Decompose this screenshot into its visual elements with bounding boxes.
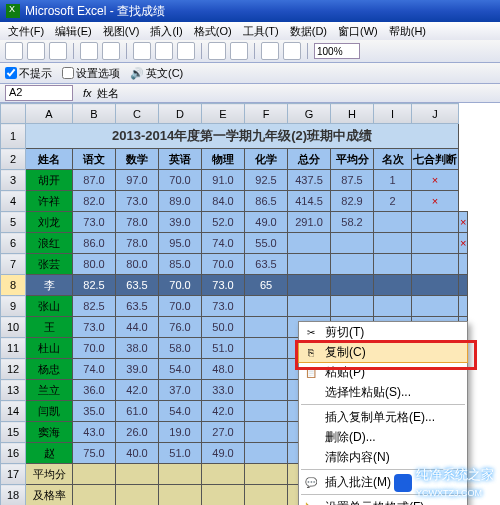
data-cell[interactable]	[412, 233, 459, 254]
data-cell[interactable]: 74.0	[73, 359, 116, 380]
data-cell[interactable]: 70.0	[73, 338, 116, 359]
data-cell[interactable]: 97.0	[116, 170, 159, 191]
student-name[interactable]: 李	[26, 275, 73, 296]
data-cell[interactable]: 55.0	[245, 233, 288, 254]
col-header[interactable]: E	[202, 104, 245, 124]
data-cell[interactable]: 82.0	[73, 191, 116, 212]
data-cell[interactable]: 49.0	[202, 443, 245, 464]
row-header[interactable]: 10	[1, 317, 26, 338]
data-cell[interactable]: 35.0	[73, 401, 116, 422]
data-cell[interactable]: 87.0	[73, 170, 116, 191]
data-cell[interactable]	[288, 275, 331, 296]
data-cell[interactable]: 63.5	[245, 254, 288, 275]
data-cell[interactable]: 63.5	[116, 275, 159, 296]
data-cell[interactable]	[245, 338, 288, 359]
data-cell[interactable]	[331, 296, 374, 317]
col-header[interactable]: D	[159, 104, 202, 124]
summary-cell[interactable]	[73, 485, 116, 506]
summary-label[interactable]: 及格率	[26, 485, 73, 506]
row-header[interactable]: 18	[1, 485, 26, 506]
paste-icon[interactable]	[177, 42, 195, 60]
menu-item[interactable]: 文件(F)	[4, 23, 48, 40]
row-header[interactable]: 1	[1, 124, 26, 149]
data-cell[interactable]	[412, 254, 459, 275]
data-cell[interactable]: 37.0	[159, 380, 202, 401]
copy-icon[interactable]	[155, 42, 173, 60]
student-name[interactable]: 兰立	[26, 380, 73, 401]
context-menu-item[interactable]: ⎘复制(C)	[298, 341, 468, 363]
student-name[interactable]: 许祥	[26, 191, 73, 212]
summary-cell[interactable]	[73, 464, 116, 485]
name-box[interactable]: A2	[5, 85, 73, 101]
row-header[interactable]: 17	[1, 464, 26, 485]
data-cell[interactable]: 52.0	[202, 212, 245, 233]
summary-cell[interactable]	[159, 464, 202, 485]
data-cell[interactable]	[412, 275, 459, 296]
data-cell[interactable]: 70.0	[159, 275, 202, 296]
data-cell[interactable]	[374, 212, 412, 233]
data-cell[interactable]: 51.0	[159, 443, 202, 464]
data-cell[interactable]: 92.5	[245, 170, 288, 191]
data-cell[interactable]	[374, 233, 412, 254]
data-cell[interactable]: 82.5	[73, 275, 116, 296]
data-cell[interactable]: 70.0	[159, 296, 202, 317]
data-cell[interactable]: 58.2	[331, 212, 374, 233]
data-cell[interactable]: 86.5	[245, 191, 288, 212]
student-name[interactable]: 胡开	[26, 170, 73, 191]
col-header[interactable]: C	[116, 104, 159, 124]
menu-item[interactable]: 帮助(H)	[385, 23, 430, 40]
data-cell[interactable]: 65	[245, 275, 288, 296]
data-cell[interactable]: 39.0	[159, 212, 202, 233]
data-cell[interactable]: 40.0	[116, 443, 159, 464]
data-cell[interactable]: 73.0	[202, 296, 245, 317]
data-cell[interactable]: 91.0	[202, 170, 245, 191]
print-icon[interactable]	[80, 42, 98, 60]
data-cell[interactable]	[331, 254, 374, 275]
data-cell[interactable]: 73.0	[116, 191, 159, 212]
row-header[interactable]: 11	[1, 338, 26, 359]
data-cell[interactable]: 78.0	[116, 233, 159, 254]
row-header[interactable]: 2	[1, 149, 26, 170]
judge-cell[interactable]: ×	[412, 170, 459, 191]
data-cell[interactable]	[374, 275, 412, 296]
judge-cell[interactable]	[459, 296, 468, 317]
row-header[interactable]: 16	[1, 443, 26, 464]
data-cell[interactable]: 42.0	[202, 401, 245, 422]
menu-item[interactable]: 窗口(W)	[334, 23, 382, 40]
student-name[interactable]: 杜山	[26, 338, 73, 359]
data-cell[interactable]	[245, 380, 288, 401]
data-cell[interactable]: 26.0	[116, 422, 159, 443]
data-cell[interactable]: 54.0	[159, 401, 202, 422]
engcn-checkbox[interactable]: 🔊英文(C)	[130, 66, 183, 81]
data-cell[interactable]: 82.5	[73, 296, 116, 317]
data-cell[interactable]: 51.0	[202, 338, 245, 359]
summary-label[interactable]: 平均分	[26, 464, 73, 485]
data-cell[interactable]: 42.0	[116, 380, 159, 401]
col-header[interactable]: F	[245, 104, 288, 124]
student-name[interactable]: 杨忠	[26, 359, 73, 380]
redo-icon[interactable]	[230, 42, 248, 60]
data-cell[interactable]	[245, 443, 288, 464]
menu-item[interactable]: 数据(D)	[286, 23, 331, 40]
menu-item[interactable]: 工具(T)	[239, 23, 283, 40]
row-header[interactable]: 5	[1, 212, 26, 233]
data-cell[interactable]: 61.0	[116, 401, 159, 422]
col-header[interactable]: A	[26, 104, 73, 124]
col-header[interactable]: I	[374, 104, 412, 124]
row-header[interactable]: 4	[1, 191, 26, 212]
data-cell[interactable]: 73.0	[202, 275, 245, 296]
data-cell[interactable]: 44.0	[116, 317, 159, 338]
data-cell[interactable]	[374, 296, 412, 317]
data-cell[interactable]: 43.0	[73, 422, 116, 443]
student-name[interactable]: 张山	[26, 296, 73, 317]
cut-icon[interactable]	[133, 42, 151, 60]
row-header[interactable]: 12	[1, 359, 26, 380]
data-cell[interactable]: 73.0	[73, 212, 116, 233]
col-header[interactable]: B	[73, 104, 116, 124]
menu-item[interactable]: 插入(I)	[146, 23, 186, 40]
new-icon[interactable]	[5, 42, 23, 60]
data-cell[interactable]: 2	[374, 191, 412, 212]
student-name[interactable]: 王	[26, 317, 73, 338]
row-header[interactable]: 3	[1, 170, 26, 191]
data-cell[interactable]: 63.5	[116, 296, 159, 317]
